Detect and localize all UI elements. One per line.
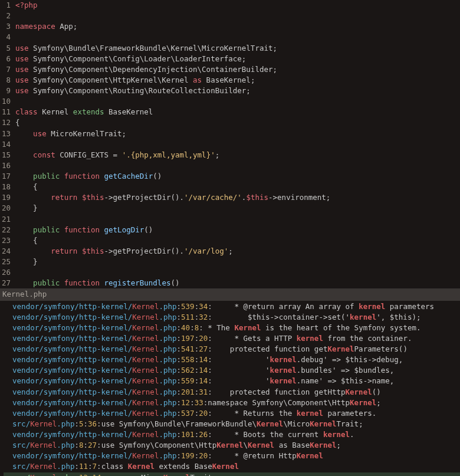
code-line[interactable]: 21 — [0, 214, 460, 225]
code-line[interactable]: 18 { — [0, 182, 460, 192]
code-content: { — [15, 117, 460, 128]
code-line[interactable]: 6use Symfony\Component\Config\Loader\Loa… — [0, 54, 460, 64]
result-line[interactable]: vendor/symfony/http-kernel/Kernel.php:56… — [4, 365, 460, 376]
code-line[interactable]: 16 — [0, 160, 460, 171]
line-number: 6 — [0, 54, 15, 64]
code-line[interactable]: 27 public function registerBundles() — [0, 278, 460, 288]
result-line[interactable]: vendor/symfony/http-kernel/Kernel.php:53… — [4, 408, 460, 419]
code-line[interactable]: 25 } — [0, 257, 460, 267]
result-line[interactable]: vendor/symfony/http-kernel/Kernel.php:55… — [4, 354, 460, 365]
result-line[interactable]: vendor/symfony/http-kernel/Kernel.php:10… — [4, 429, 460, 440]
code-content: <?php — [15, 0, 460, 11]
code-line[interactable]: 20 } — [0, 203, 460, 214]
code-line[interactable]: 9use Symfony\Component\Routing\RouteColl… — [0, 86, 460, 96]
line-number: 26 — [0, 267, 15, 278]
result-line-selected[interactable]: > src/Kernel.php:13:14: use MicroKernelT… — [4, 472, 460, 477]
code-content — [15, 160, 460, 171]
code-content: use Symfony\Component\Routing\RouteColle… — [15, 86, 460, 96]
code-line[interactable]: 22 public function getLogDir() — [0, 225, 460, 235]
code-content: public function getCacheDir() — [15, 171, 460, 182]
code-line[interactable]: 5use Symfony\Bundle\FrameworkBundle\Kern… — [0, 43, 460, 54]
code-content — [15, 96, 460, 107]
code-line[interactable]: 11class Kernel extends BaseKernel — [0, 107, 460, 117]
result-line[interactable]: vendor/symfony/http-kernel/Kernel.php:40… — [4, 323, 460, 333]
line-number: 2 — [0, 11, 15, 21]
code-line[interactable]: 8use Symfony\Component\HttpKernel\Kernel… — [0, 75, 460, 86]
code-line[interactable]: 23 { — [0, 235, 460, 246]
code-line[interactable]: 14 — [0, 139, 460, 150]
code-line[interactable]: 15 const CONFIG_EXTS = '.{php,xml,yaml,y… — [0, 150, 460, 160]
code-content: { — [15, 182, 460, 192]
line-number: 8 — [0, 75, 15, 86]
code-line[interactable]: 13 use MicroKernelTrait; — [0, 129, 460, 139]
code-content: } — [15, 257, 460, 267]
line-number: 10 — [0, 96, 15, 107]
line-number: 3 — [0, 21, 15, 32]
line-number: 4 — [0, 32, 15, 42]
result-line[interactable]: vendor/symfony/http-kernel/Kernel.php:53… — [4, 301, 460, 312]
code-line[interactable]: 7use Symfony\Component\DependencyInjecti… — [0, 64, 460, 75]
filename-bar: Kernel.php — [0, 288, 460, 300]
code-line[interactable]: 2 — [0, 11, 460, 21]
code-line[interactable]: 26 — [0, 267, 460, 278]
code-content: public function registerBundles() — [15, 278, 460, 288]
code-content: use MicroKernelTrait; — [15, 129, 460, 139]
code-line[interactable]: 12{ — [0, 117, 460, 128]
line-number: 21 — [0, 214, 15, 225]
code-content: use Symfony\Bundle\FrameworkBundle\Kerne… — [15, 43, 460, 54]
line-number: 23 — [0, 235, 15, 246]
line-number: 20 — [0, 203, 15, 214]
code-content: return $this->getProjectDir().'/var/cach… — [15, 192, 460, 203]
line-number: 13 — [0, 129, 15, 139]
line-number: 24 — [0, 246, 15, 257]
line-number: 7 — [0, 64, 15, 75]
line-number: 22 — [0, 225, 15, 235]
code-content: } — [15, 203, 460, 214]
line-number: 17 — [0, 171, 15, 182]
result-line[interactable]: vendor/symfony/http-kernel/Kernel.php:12… — [4, 398, 460, 408]
code-line[interactable]: 19 return $this->getProjectDir().'/var/c… — [0, 192, 460, 203]
result-line[interactable]: vendor/symfony/http-kernel/Kernel.php:51… — [4, 312, 460, 323]
code-content — [15, 32, 460, 42]
code-content: class Kernel extends BaseKernel — [15, 107, 460, 117]
line-number: 11 — [0, 107, 15, 117]
code-content — [15, 11, 460, 21]
code-editor[interactable]: 1<?php23namespace App;45use Symfony\Bund… — [0, 0, 460, 288]
code-content — [15, 139, 460, 150]
line-number: 15 — [0, 150, 15, 160]
line-number: 16 — [0, 160, 15, 171]
result-line[interactable]: vendor/symfony/http-kernel/Kernel.php:20… — [4, 387, 460, 398]
code-content: use Symfony\Component\HttpKernel\Kernel … — [15, 75, 460, 86]
code-content: namespace App; — [15, 21, 460, 32]
code-content: use Symfony\Component\Config\Loader\Load… — [15, 54, 460, 64]
code-content: return $this->getProjectDir().'/var/log'… — [15, 246, 460, 257]
code-line[interactable]: 4 — [0, 32, 460, 42]
code-line[interactable]: 24 return $this->getProjectDir().'/var/l… — [0, 246, 460, 257]
result-line[interactable]: vendor/symfony/http-kernel/Kernel.php:19… — [4, 451, 460, 461]
line-number: 25 — [0, 257, 15, 267]
line-number: 12 — [0, 117, 15, 128]
line-number: 18 — [0, 182, 15, 192]
line-number: 9 — [0, 86, 15, 96]
code-line[interactable]: 1<?php — [0, 0, 460, 11]
code-content: { — [15, 235, 460, 246]
line-number: 5 — [0, 43, 15, 54]
result-line[interactable]: src/Kernel.php:11:7:class Kernel extends… — [4, 461, 460, 472]
search-results[interactable]: vendor/symfony/http-kernel/Kernel.php:53… — [0, 301, 460, 477]
line-number: 1 — [0, 0, 15, 11]
result-line[interactable]: vendor/symfony/http-kernel/Kernel.php:19… — [4, 333, 460, 344]
result-line[interactable]: vendor/symfony/http-kernel/Kernel.php:54… — [4, 344, 460, 354]
line-number: 27 — [0, 278, 15, 288]
code-content — [15, 267, 460, 278]
code-content: const CONFIG_EXTS = '.{php,xml,yaml,yml}… — [15, 150, 460, 160]
code-content: use Symfony\Component\DependencyInjectio… — [15, 64, 460, 75]
result-line[interactable]: src/Kernel.php:5:36:use Symfony\Bundle\F… — [4, 419, 460, 429]
code-line[interactable]: 10 — [0, 96, 460, 107]
line-number: 19 — [0, 192, 15, 203]
result-line[interactable]: vendor/symfony/http-kernel/Kernel.php:55… — [4, 376, 460, 386]
line-number: 14 — [0, 139, 15, 150]
code-line[interactable]: 17 public function getCacheDir() — [0, 171, 460, 182]
result-line[interactable]: src/Kernel.php:8:27:use Symfony\Componen… — [4, 440, 460, 451]
code-line[interactable]: 3namespace App; — [0, 21, 460, 32]
code-content — [15, 214, 460, 225]
